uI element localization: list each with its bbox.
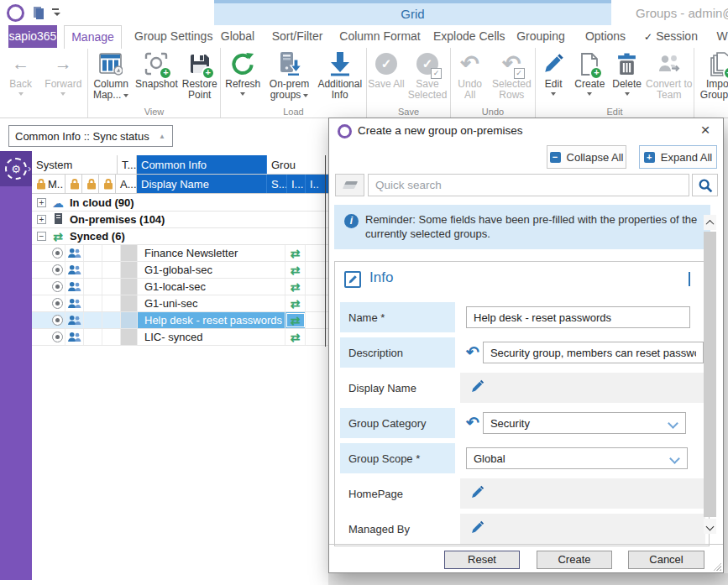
undo-all-icon: ↶ [460, 50, 479, 77]
chevron-down-icon [669, 453, 680, 464]
group-header-system[interactable]: System [32, 155, 118, 174]
expander-icon[interactable]: + [37, 198, 46, 207]
collapse-all-button[interactable]: − Collapse All [547, 145, 626, 169]
undo-all-button[interactable]: ↶ Undo All [452, 50, 489, 101]
column-header-i1[interactable]: I... [287, 175, 306, 193]
column-header-m[interactable]: M.. [32, 175, 65, 193]
expand-all-button[interactable]: + Expand All [639, 145, 717, 169]
table-row[interactable]: G1-uni-sec ⇄ [32, 295, 328, 312]
radio-icon[interactable] [52, 332, 63, 342]
delete-button[interactable]: Delete [610, 50, 645, 96]
forward-button[interactable]: → Forward [41, 50, 85, 96]
quick-access-caret-icon[interactable] [54, 13, 60, 16]
convert-to-team-icon [657, 50, 681, 77]
ribbon-group-nav: ← Back → Forward [0, 48, 88, 118]
tab-column-format[interactable]: Column Format [338, 25, 422, 48]
close-icon[interactable]: × [696, 121, 715, 139]
scroll-up-icon[interactable] [704, 215, 716, 230]
group-people-icon [65, 245, 84, 261]
column-header-s[interactable]: S... [267, 175, 287, 193]
dialog-scrollbar[interactable] [704, 215, 716, 534]
radio-icon[interactable] [52, 315, 63, 326]
create-button[interactable]: + Create [571, 50, 608, 96]
table-row[interactable]: G1-global-sec ⇄ [32, 262, 328, 279]
window-title: Groups - admin@M [636, 6, 728, 20]
scroll-down-icon[interactable] [704, 519, 716, 534]
tree-group-synced[interactable]: − ⇄ Synced (6) [32, 228, 328, 245]
refresh-button[interactable]: Refresh [223, 50, 263, 96]
group-scope-value: Global [467, 452, 671, 465]
group-header-group[interactable]: Grou [267, 155, 328, 174]
edit-pencil-icon[interactable] [470, 520, 484, 537]
tab-sort-filter[interactable]: Sort/Filter [270, 25, 325, 48]
table-row[interactable]: LIC- synced ⇄ [32, 329, 328, 346]
save-selected-button[interactable]: ✓✓ Save Selected [406, 50, 449, 101]
view-selector[interactable]: Common Info :: Sync status ▲ [8, 125, 173, 147]
table-row[interactable]: G1-local-sec ⇄ [32, 279, 328, 295]
undo-selected-rows-button[interactable]: ↶✓ Selected Rows [489, 50, 534, 101]
reset-button[interactable]: Reset [444, 551, 520, 569]
expander-icon[interactable]: − [37, 232, 46, 241]
column-header-lock-2[interactable] [82, 175, 99, 193]
tab-global[interactable]: Global [217, 25, 259, 48]
undo-icon[interactable]: ↶ [466, 415, 479, 431]
column-map-button[interactable]: Column Map... [88, 50, 134, 101]
group-header-common-info[interactable]: Common Info [137, 155, 267, 174]
tab-session[interactable]: ✓Session [643, 25, 699, 48]
description-input[interactable] [483, 342, 704, 363]
snapshot-button[interactable]: + Snapshot [134, 50, 179, 90]
tab-sapio365[interactable]: sapio365 [8, 25, 57, 48]
tab-group-settings[interactable]: Group Settings [134, 25, 205, 48]
column-header-display-name[interactable]: Display Name [137, 175, 267, 193]
tree-group-on-premises[interactable]: + On-premises (104) [32, 212, 328, 228]
undo-icon[interactable]: ↶ [466, 344, 479, 361]
create-group-dialog: Create a new group on-premises × − Colla… [328, 118, 724, 573]
additional-info-button[interactable]: Additional Info [316, 50, 364, 101]
sidebar-module-button[interactable]: ⚙ › [0, 151, 32, 186]
cancel-button[interactable]: Cancel [628, 551, 704, 569]
resize-grip[interactable] [712, 561, 721, 571]
group-category-select[interactable]: Security [483, 412, 686, 434]
column-header-a[interactable]: A... [116, 175, 137, 193]
edit-button[interactable]: Edit [537, 50, 570, 96]
expander-icon[interactable]: + [37, 215, 46, 224]
table-row[interactable]: Finance Newsletter ⇄ [32, 245, 328, 262]
tab-manage[interactable]: Manage [64, 25, 122, 49]
tree-group-in-cloud[interactable]: + ☁ In cloud (90) [32, 195, 328, 212]
info-section-header[interactable]: Info [335, 262, 709, 297]
scrollbar-thumb[interactable] [704, 232, 716, 517]
radio-icon[interactable] [52, 298, 63, 309]
radio-icon[interactable] [52, 248, 63, 259]
edit-pencil-icon[interactable] [470, 379, 484, 396]
field-row-homepage: HomePage [340, 478, 705, 509]
save-all-button[interactable]: ✓ Save All [368, 50, 405, 90]
window-switch-icon[interactable] [34, 7, 41, 18]
back-button[interactable]: ← Back [3, 50, 39, 96]
ribbon-group-view: Column Map... + Snapshot + Restore Point [88, 48, 221, 118]
onprem-groups-button[interactable]: On-prem groups [265, 50, 314, 101]
edit-pencil-icon[interactable] [470, 485, 484, 502]
restore-point-button[interactable]: + Restore Point [180, 50, 220, 101]
title-bar: Grid Groups - admin@M [0, 0, 728, 25]
radio-icon[interactable] [52, 264, 63, 275]
column-header-lock-3[interactable] [99, 175, 116, 193]
group-scope-select[interactable]: Global [466, 447, 688, 469]
import-groups-button[interactable]: + Import Groups [694, 50, 728, 101]
clear-search-button[interactable] [335, 174, 364, 196]
ribbon-group-import: + Import Groups [694, 48, 728, 118]
collapse-arrow-icon[interactable]: ▲ [159, 133, 172, 140]
search-input[interactable] [368, 174, 689, 196]
search-button[interactable] [692, 174, 718, 196]
tab-window-clipped[interactable]: W [716, 25, 728, 48]
name-input[interactable] [466, 306, 690, 328]
chevron-down-icon[interactable] [689, 272, 690, 285]
tab-grouping[interactable]: Grouping [516, 25, 566, 48]
radio-icon[interactable] [52, 281, 63, 292]
group-header-t[interactable]: T... [118, 155, 137, 174]
table-row-selected[interactable]: Help desk - reset passwords ⇄ [32, 312, 328, 329]
create-button[interactable]: Create [537, 551, 612, 569]
convert-to-team-button[interactable]: Convert to Team [646, 50, 693, 101]
column-header-lock-1[interactable] [65, 175, 82, 193]
tab-explode-cells[interactable]: Explode Cells [433, 25, 499, 48]
tab-options[interactable]: Options [582, 25, 629, 48]
